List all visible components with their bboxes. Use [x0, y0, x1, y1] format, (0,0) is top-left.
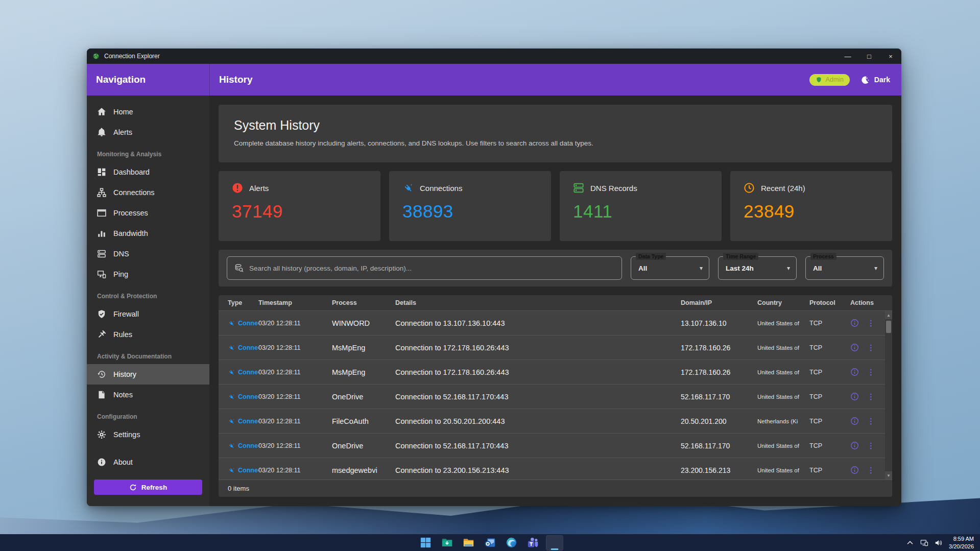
app-header: Navigation History Admin Dark [87, 64, 901, 95]
sidebar-item-firewall[interactable]: Firewall [87, 304, 209, 324]
theme-toggle[interactable]: Dark [860, 75, 890, 85]
row-more-button[interactable]: ⋮ [867, 417, 875, 426]
column-header-country[interactable]: Country [757, 295, 809, 310]
column-header-details[interactable]: Details [395, 295, 681, 310]
type-cell: Connec [219, 320, 258, 327]
process-cell: OneDrive [332, 442, 395, 450]
stat-card-header: Connections [402, 182, 538, 194]
refresh-button[interactable]: Refresh [94, 480, 202, 495]
scrollbar-thumb[interactable] [886, 321, 891, 333]
sidebar-item-about[interactable]: About [87, 452, 209, 472]
hero-panel: System History Complete database history… [219, 105, 892, 162]
row-more-button[interactable]: ⋮ [867, 441, 875, 450]
info-outline-icon [850, 343, 859, 352]
domain-ip-cell: 52.168.117.170 [681, 442, 757, 450]
type-cell: Connec [219, 393, 258, 400]
clock-icon [744, 182, 755, 194]
column-header-timestamp[interactable]: Timestamp [258, 295, 332, 310]
taskbar-outlook-icon[interactable] [482, 535, 499, 550]
row-info-button[interactable] [850, 466, 859, 474]
table-row[interactable]: Connec03/20 12:28:11msedgewebviConnectio… [219, 458, 892, 480]
table-row[interactable]: Connec03/20 12:28:11MsMpEngConnection to… [219, 360, 892, 385]
row-info-button[interactable] [850, 343, 859, 352]
scroll-up-button[interactable]: ▲ [885, 311, 892, 319]
sidebar-item-history[interactable]: History [87, 364, 209, 385]
sidebar-item-label: Notes [113, 391, 133, 399]
sidebar-item-alerts[interactable]: Alerts [87, 122, 209, 142]
column-header-domain-ip[interactable]: Domain/IP [681, 295, 757, 310]
plug-icon [228, 467, 235, 474]
taskbar-file-explorer-icon[interactable] [460, 535, 477, 550]
minimize-button[interactable]: — [837, 49, 858, 64]
close-button[interactable]: × [880, 49, 901, 64]
sidebar-item-processes[interactable]: Processes [87, 203, 209, 223]
column-header-actions[interactable]: Actions [850, 295, 892, 310]
stat-card-dns-records: DNS Records1411 [560, 171, 722, 241]
file-explorer-icon [463, 537, 474, 548]
row-info-button[interactable] [850, 441, 859, 450]
row-more-button[interactable]: ⋮ [867, 392, 875, 401]
process-cell: FileCoAuth [332, 417, 395, 425]
taskbar-start-icon[interactable] [417, 535, 435, 550]
row-more-button[interactable]: ⋮ [867, 319, 875, 328]
row-more-button[interactable]: ⋮ [867, 343, 875, 352]
table-row[interactable]: Connec03/20 12:28:11FileCoAuthConnection… [219, 409, 892, 434]
search-input[interactable] [249, 265, 614, 272]
column-header-protocol[interactable]: Protocol [809, 295, 850, 310]
sidebar-item-dashboard[interactable]: Dashboard [87, 162, 209, 182]
row-more-button[interactable]: ⋮ [867, 368, 875, 377]
sidebar-item-connections[interactable]: Connections [87, 182, 209, 203]
plug-icon [228, 393, 235, 400]
sidebar-item-notes[interactable]: Notes [87, 385, 209, 405]
stat-card-header: Recent (24h) [744, 182, 879, 194]
details-cell: Connection to 20.50.201.200:443 [395, 417, 681, 425]
scrollbar-track[interactable] [885, 334, 892, 471]
stat-card-header: Alerts [232, 182, 367, 194]
network-status-icon[interactable] [920, 539, 928, 547]
filter-select-process[interactable]: ProcessAll▾ [805, 256, 884, 280]
column-header-type[interactable]: Type [219, 295, 258, 310]
row-info-button[interactable] [850, 392, 859, 401]
row-info-button[interactable] [850, 368, 859, 376]
volume-icon[interactable] [935, 539, 943, 547]
sidebar-item-settings[interactable]: Settings [87, 424, 209, 445]
app-icon [92, 52, 100, 60]
table-row[interactable]: Connec03/20 12:28:11MsMpEngConnection to… [219, 336, 892, 360]
window-title: Connection Explorer [104, 53, 160, 60]
info-outline-icon [850, 319, 859, 327]
taskbar-downloads-folder-icon[interactable] [439, 535, 456, 550]
details-cell: Connection to 13.107.136.10:443 [395, 319, 681, 327]
taskbar-teams-icon[interactable] [524, 535, 542, 550]
type-label: Connec [238, 369, 258, 376]
clock-date: 3/20/2026 [949, 543, 974, 550]
history-icon [97, 370, 106, 379]
maximize-button[interactable]: □ [858, 49, 880, 64]
sidebar-item-ping[interactable]: Ping [87, 264, 209, 284]
table-row[interactable]: Connec03/20 12:28:11OneDriveConnection t… [219, 434, 892, 458]
sidebar-section-label: Configuration [87, 405, 209, 424]
taskbar-connection-explorer-app-icon[interactable] [546, 535, 563, 550]
table-row[interactable]: Connec03/20 12:28:11WINWORDConnection to… [219, 311, 892, 336]
table-row[interactable]: Connec03/20 12:28:11OneDriveConnection t… [219, 385, 892, 409]
chevron-up-icon[interactable] [906, 539, 914, 547]
sidebar-item-dns[interactable]: DNS [87, 244, 209, 264]
taskbar-clock[interactable]: 8:59 AM 3/20/2026 [949, 535, 974, 550]
sidebar-item-bandwidth[interactable]: Bandwidth [87, 223, 209, 244]
type-cell: Connec [219, 369, 258, 376]
row-info-button[interactable] [850, 319, 859, 327]
filter-select-data-type[interactable]: Data TypeAll▾ [631, 256, 709, 280]
table-scrollbar[interactable]: ▲ ▼ [885, 311, 892, 480]
row-more-button[interactable]: ⋮ [867, 466, 875, 475]
scroll-down-button[interactable]: ▼ [885, 471, 892, 480]
details-cell: Connection to 172.178.160.26:443 [395, 368, 681, 376]
taskbar-edge-icon[interactable] [503, 535, 520, 550]
timestamp-cell: 03/20 12:28:11 [258, 369, 332, 376]
teams-icon [527, 537, 539, 548]
column-header-process[interactable]: Process [332, 295, 395, 310]
row-info-button[interactable] [850, 417, 859, 425]
filter-select-time-range[interactable]: Time RangeLast 24h▾ [718, 256, 797, 280]
edge-icon [506, 537, 517, 548]
country-cell: United States of [757, 443, 809, 449]
sidebar-item-home[interactable]: Home [87, 102, 209, 122]
sidebar-item-rules[interactable]: Rules [87, 324, 209, 345]
